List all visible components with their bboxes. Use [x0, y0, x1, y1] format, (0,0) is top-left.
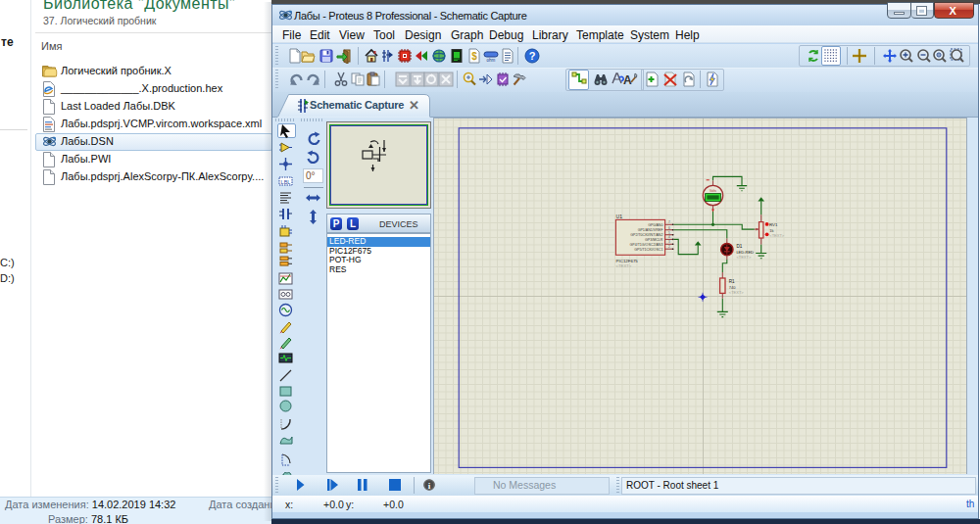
svg-text:<TEXT>: <TEXT>	[616, 263, 632, 268]
svg-text:GP3/MCLR: GP3/MCLR	[645, 238, 663, 242]
svg-text:$: $	[471, 51, 477, 62]
svg-text:<TEXT>: <TEXT>	[729, 290, 745, 295]
svg-text:3: 3	[668, 240, 670, 244]
svg-text:RV1: RV1	[769, 222, 778, 227]
svg-text:?: ?	[528, 50, 535, 62]
svg-text:7: 7	[668, 220, 670, 224]
svg-text:LBL: LBL	[281, 179, 291, 185]
svg-text:5: 5	[668, 231, 670, 235]
svg-text:GP4/T1G/OSC2/AN3: GP4/T1G/OSC2/AN3	[629, 243, 662, 247]
svg-text:<TEXT>: <TEXT>	[769, 233, 785, 238]
svg-text:<TEXT>: <TEXT>	[736, 255, 752, 260]
svg-text:A: A	[623, 73, 632, 87]
svg-text:GP5/T1CKI/OSC1: GP5/T1CKI/OSC1	[634, 248, 662, 252]
svg-text:6: 6	[668, 226, 670, 230]
svg-text:D1: D1	[736, 244, 742, 249]
svg-text:4: 4	[668, 235, 670, 239]
svg-text:U1: U1	[616, 214, 623, 219]
svg-text:GP2/T0CKI/INT/AN2: GP2/T0CKI/INT/AN2	[630, 233, 662, 237]
svg-text:R1: R1	[729, 279, 735, 284]
svg-text:Volts: Volts	[710, 189, 716, 193]
svg-text:2: 2	[668, 245, 670, 249]
svg-text:GP1/AN1/VREF: GP1/AN1/VREF	[638, 228, 664, 232]
svg-text:ohm: ohm	[486, 58, 495, 63]
svg-text:GP0/AN0: GP0/AN0	[648, 223, 662, 227]
